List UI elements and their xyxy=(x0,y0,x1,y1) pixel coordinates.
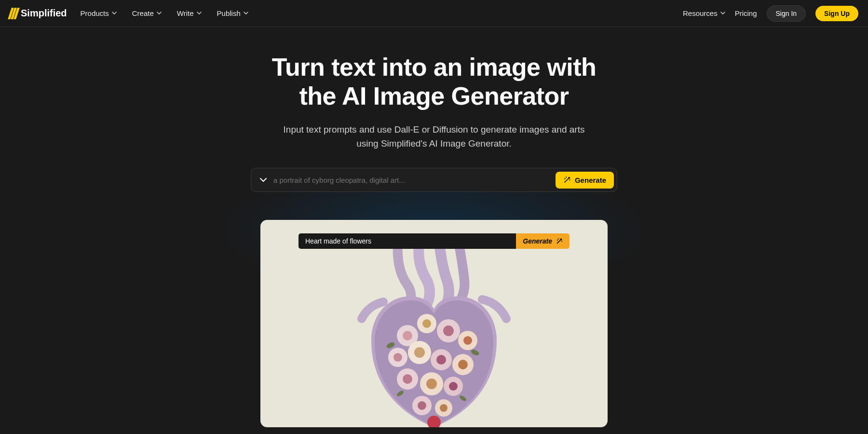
svg-point-23 xyxy=(418,401,426,410)
chevron-down-icon[interactable] xyxy=(260,178,267,182)
magic-wand-icon xyxy=(563,176,571,184)
svg-point-9 xyxy=(393,353,402,362)
generated-image-heart-flowers xyxy=(354,239,514,427)
svg-point-7 xyxy=(463,336,472,345)
headline-line2: the AI Image Generator xyxy=(299,82,569,110)
preview-generate-label: Generate xyxy=(523,237,552,245)
preview-prompt-text: Heart made of flowers xyxy=(298,233,516,249)
nav-pricing[interactable]: Pricing xyxy=(735,9,757,17)
nav-label: Pricing xyxy=(735,9,757,17)
svg-point-13 xyxy=(436,355,446,365)
nav-label: Products xyxy=(81,9,109,17)
subhead-line1: Input text prompts and use Dall-E or Dif… xyxy=(284,124,585,135)
svg-point-17 xyxy=(403,374,412,384)
page-subheadline: Input text prompts and use Dall-E or Dif… xyxy=(0,122,868,151)
top-navbar: Simplified Products Create Write Publish xyxy=(0,0,868,27)
svg-point-1 xyxy=(403,331,412,340)
nav-write[interactable]: Write xyxy=(177,9,202,17)
magic-wand-icon xyxy=(556,238,563,244)
nav-label: Resources xyxy=(683,9,718,17)
svg-point-5 xyxy=(443,326,454,336)
svg-point-3 xyxy=(422,319,431,328)
nav-label: Create xyxy=(132,9,154,17)
preview-prompt-bar: Heart made of flowers Generate xyxy=(298,233,570,249)
nav-publish[interactable]: Publish xyxy=(217,9,248,17)
chevron-down-icon xyxy=(244,11,248,16)
signup-button[interactable]: Sign Up xyxy=(815,6,858,21)
chevron-down-icon xyxy=(112,11,117,16)
logo-mark-icon xyxy=(10,8,18,19)
prompt-input[interactable] xyxy=(273,176,556,184)
generate-label: Generate xyxy=(575,176,606,184)
brand-name: Simplified xyxy=(21,8,67,19)
chevron-down-icon xyxy=(197,11,202,16)
svg-point-15 xyxy=(458,360,468,369)
brand-logo[interactable]: Simplified xyxy=(10,8,67,19)
preview-generate-button[interactable]: Generate xyxy=(516,233,570,249)
subhead-line2: using Simplified's AI Image Generator. xyxy=(356,138,512,149)
svg-point-11 xyxy=(414,347,425,358)
nav-left: Products Create Write Publish xyxy=(81,9,248,17)
svg-point-21 xyxy=(449,382,458,391)
chevron-down-icon xyxy=(720,11,725,16)
page-headline: Turn text into an image with the AI Imag… xyxy=(0,53,868,111)
signin-button[interactable]: Sign In xyxy=(767,5,806,22)
chevron-down-icon xyxy=(157,11,162,16)
svg-point-19 xyxy=(426,379,437,389)
headline-line1: Turn text into an image with xyxy=(272,53,597,81)
nav-label: Write xyxy=(177,9,194,17)
preview-card: Heart made of flowers Generate xyxy=(260,220,608,427)
nav-resources[interactable]: Resources xyxy=(683,9,725,17)
nav-label: Publish xyxy=(217,9,241,17)
generate-button[interactable]: Generate xyxy=(556,172,614,189)
nav-create[interactable]: Create xyxy=(132,9,162,17)
nav-products[interactable]: Products xyxy=(81,9,117,17)
prompt-bar: Generate xyxy=(251,168,617,192)
nav-right: Resources Pricing Sign In Sign Up xyxy=(683,5,858,22)
hero-section: Turn text into an image with the AI Imag… xyxy=(0,27,868,427)
svg-point-25 xyxy=(440,404,448,412)
